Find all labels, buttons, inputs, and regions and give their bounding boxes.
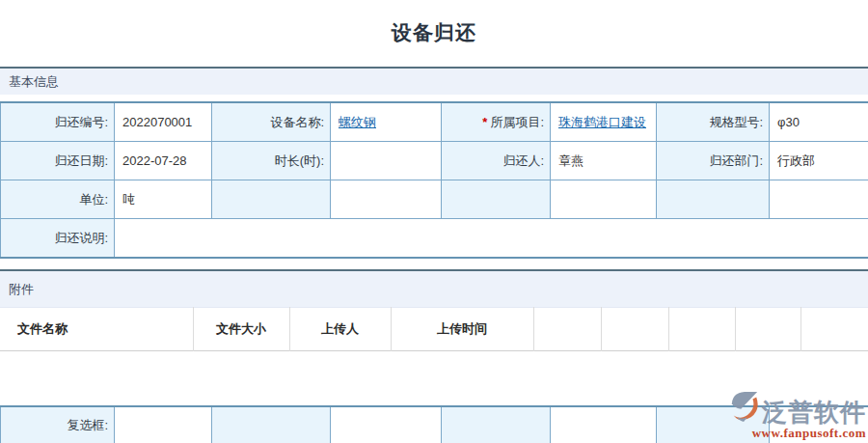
spec-model-value: φ30 [770, 102, 868, 142]
empty-label-cell [442, 180, 551, 219]
project-label: *所属项目: [442, 102, 551, 142]
empty-value-cell [331, 180, 442, 219]
table-row: 归还说明: [1, 219, 868, 259]
empty-value-cell [331, 406, 442, 443]
col-header-upload-time: 上传时间 [391, 308, 533, 351]
project-link[interactable]: 珠海鹤港口建设 [558, 115, 646, 129]
checkbox-table: 复选框: [0, 405, 868, 443]
return-no-value: 2022070001 [115, 102, 212, 142]
section-header-basic-info: 基本信息 [0, 67, 868, 95]
return-note-label: 归还说明: [1, 219, 115, 259]
device-name-value: 螺纹钢 [331, 102, 442, 142]
empty-header-cell [533, 308, 601, 351]
returner-value: 章燕 [551, 142, 657, 180]
empty-label-cell [212, 180, 331, 219]
empty-value-cell [551, 180, 657, 219]
empty-value-cell [770, 406, 868, 443]
return-no-label: 归还编号: [1, 102, 115, 142]
device-name-link[interactable]: 螺纹钢 [339, 115, 376, 129]
col-header-file-size: 文件大小 [193, 308, 289, 351]
empty-header-cell [668, 308, 735, 351]
section-header-attachments: 附件 [0, 269, 868, 307]
return-dept-value: 行政部 [770, 142, 868, 180]
duration-value [331, 142, 442, 180]
empty-header-cell [601, 308, 668, 351]
basic-info-table: 归还编号: 2022070001 设备名称: 螺纹钢 *所属项目: 珠海鹤港口建… [0, 101, 868, 259]
project-value: 珠海鹤港口建设 [551, 102, 657, 142]
empty-header-cell [800, 308, 868, 351]
col-header-uploader: 上传人 [289, 308, 391, 351]
empty-label-cell [442, 406, 551, 443]
table-row: 单位: 吨 [1, 180, 868, 219]
attachments-header-row: 文件名称 文件大小 上传人 上传时间 [0, 308, 868, 351]
table-row: 复选框: [1, 406, 868, 443]
empty-label-cell [657, 406, 770, 443]
page-title: 设备归还 [0, 0, 868, 47]
attachments-table: 文件名称 文件大小 上传人 上传时间 [0, 307, 868, 351]
empty-value-cell [551, 406, 657, 443]
checkbox-value [115, 406, 212, 443]
unit-value: 吨 [115, 180, 212, 219]
return-date-value: 2022-07-28 [115, 142, 212, 180]
return-note-value [115, 219, 868, 259]
table-row: 归还日期: 2022-07-28 时长(时): 归还人: 章燕 归还部门: 行政… [1, 142, 868, 180]
unit-label: 单位: [1, 180, 115, 219]
return-dept-label: 归还部门: [657, 142, 770, 180]
empty-label-cell [212, 406, 331, 443]
device-name-label: 设备名称: [212, 102, 331, 142]
section-title-attachments: 附件 [9, 282, 34, 296]
empty-label-cell [657, 180, 770, 219]
duration-label: 时长(时): [212, 142, 331, 180]
col-header-file-name: 文件名称 [0, 308, 193, 351]
empty-header-cell [735, 308, 800, 351]
section-title-basic-info: 基本信息 [9, 74, 59, 89]
empty-value-cell [770, 180, 868, 219]
checkbox-label: 复选框: [1, 406, 115, 443]
spec-model-label: 规格型号: [657, 102, 770, 142]
required-asterisk: * [482, 115, 487, 129]
return-date-label: 归还日期: [1, 142, 115, 180]
returner-label: 归还人: [442, 142, 551, 180]
equipment-return-page: 设备归还 基本信息 归还编号: 2022070001 设备名称: 螺纹钢 *所属… [0, 0, 868, 443]
table-row: 归还编号: 2022070001 设备名称: 螺纹钢 *所属项目: 珠海鹤港口建… [1, 102, 868, 142]
